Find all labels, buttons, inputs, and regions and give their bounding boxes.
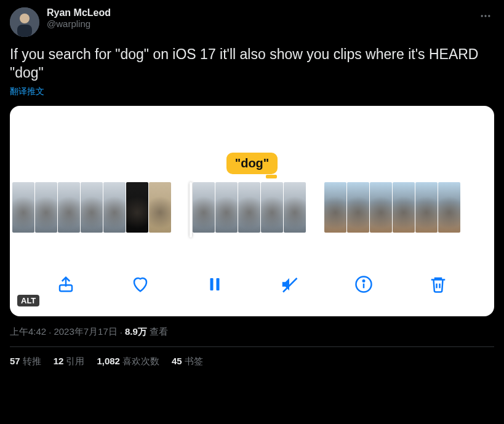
caption-bubble: "dog"	[226, 153, 278, 174]
stat-label: 书签	[185, 356, 203, 367]
thumbnail-frame	[35, 182, 57, 233]
tweet-header: Ryan McLeod @warpling	[10, 7, 494, 37]
translate-link[interactable]: 翻译推文	[10, 86, 494, 97]
meta-separator: ·	[120, 327, 122, 337]
thumbnail-frame	[12, 182, 34, 233]
alt-badge[interactable]: ALT	[17, 295, 39, 306]
thumbnail-frame	[370, 182, 392, 233]
info-icon[interactable]	[350, 271, 377, 298]
thumbnail-frame	[81, 182, 103, 233]
divider	[10, 346, 494, 347]
tweet-date[interactable]: 2023年7月17日	[54, 326, 117, 338]
views-count: 8.9万	[125, 326, 147, 338]
thumbnail-frame	[58, 182, 80, 233]
bookmarks-stat[interactable]: 45 书签	[172, 356, 203, 367]
author-names: Ryan McLeod @warpling	[47, 7, 470, 29]
svg-point-5	[488, 15, 490, 17]
video-filmstrip[interactable]	[10, 182, 494, 238]
quotes-stat[interactable]: 12 引用	[54, 356, 85, 367]
thumbnail-frame	[393, 182, 415, 233]
stats-row: 57 转推 12 引用 1,082 喜欢次数 45 书签	[10, 356, 494, 367]
svg-point-1	[20, 14, 30, 23]
thumbnail-frame	[438, 182, 460, 233]
stat-label: 引用	[66, 356, 84, 367]
tweet-time[interactable]: 上午4:42	[10, 326, 46, 338]
tweet-text: If you search for "dog" on iOS 17 it'll …	[10, 46, 494, 82]
svg-rect-8	[216, 278, 219, 290]
handle[interactable]: @warpling	[47, 18, 470, 29]
tweet-meta: 上午4:42 · 2023年7月17日 · 8.9万 查看	[10, 326, 494, 338]
caption-bubble-marker	[266, 175, 277, 178]
display-name[interactable]: Ryan McLeod	[47, 7, 470, 18]
clip-group-2	[190, 182, 306, 238]
stat-label: 喜欢次数	[122, 356, 159, 367]
thumbnail-frame	[193, 182, 215, 233]
clip-group-1	[12, 182, 171, 238]
thumbnail-frame	[103, 182, 126, 233]
mute-icon[interactable]	[276, 271, 303, 298]
thumbnail-frame	[415, 182, 438, 233]
thumbnail-frame	[347, 182, 369, 233]
pause-icon[interactable]	[201, 271, 228, 298]
more-icon[interactable]	[477, 7, 494, 28]
stat-count: 1,082	[97, 356, 120, 367]
retweets-stat[interactable]: 57 转推	[10, 356, 41, 367]
thumbnail-frame	[215, 182, 238, 233]
thumbnail-frame	[261, 182, 283, 233]
meta-separator: ·	[49, 327, 51, 337]
playhead-icon[interactable]	[190, 182, 192, 238]
thumbnail-frame	[284, 182, 306, 233]
svg-rect-7	[210, 278, 213, 290]
tweet-container: Ryan McLeod @warpling If you search for …	[10, 7, 494, 367]
svg-point-3	[481, 15, 483, 17]
thumbnail-frame	[149, 182, 171, 233]
share-icon[interactable]	[52, 271, 79, 298]
clip-group-3	[324, 182, 460, 238]
stat-count: 12	[54, 356, 64, 367]
likes-stat[interactable]: 1,082 喜欢次数	[97, 356, 159, 367]
heart-icon[interactable]	[127, 271, 154, 298]
thumbnail-frame	[126, 182, 148, 233]
views-label: 查看	[150, 326, 168, 338]
stat-count: 57	[10, 356, 20, 367]
thumbnail-frame	[238, 182, 260, 233]
svg-point-12	[363, 280, 365, 282]
thumbnail-frame	[324, 182, 346, 233]
stat-label: 转推	[23, 356, 41, 367]
media-attachment[interactable]: "dog"	[10, 106, 494, 316]
stat-count: 45	[172, 356, 182, 367]
caption-bubble-row: "dog"	[10, 153, 494, 174]
avatar[interactable]	[10, 7, 39, 37]
svg-rect-2	[17, 25, 32, 37]
svg-point-4	[484, 15, 486, 17]
trash-icon[interactable]	[425, 271, 452, 298]
media-toolbar	[10, 271, 494, 298]
